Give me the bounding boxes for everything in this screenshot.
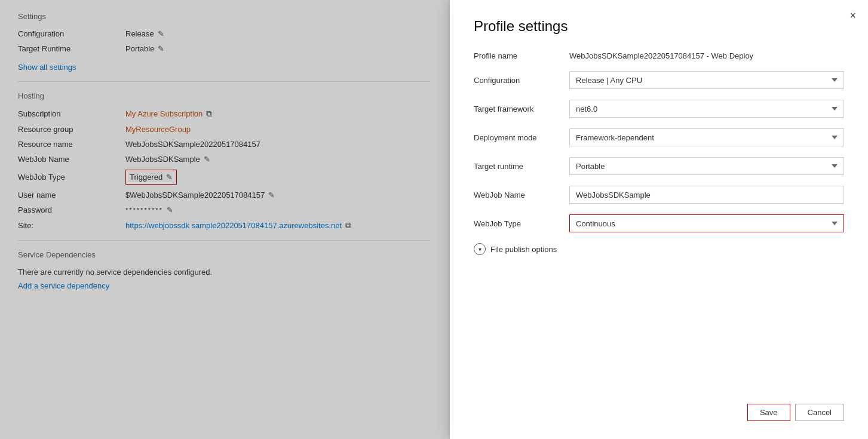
modal-target-framework-field: Target framework net6.0 net5.0 netcoreap…	[474, 100, 844, 118]
modal-deployment-mode-select[interactable]: Framework-dependent Self-contained	[569, 128, 844, 146]
modal-deployment-mode-select-wrapper: Framework-dependent Self-contained	[569, 128, 844, 146]
modal-configuration-field: Configuration Release | Any CPU Debug | …	[474, 71, 844, 89]
modal-webjob-name-input-wrapper	[569, 186, 844, 204]
file-publish-options[interactable]: ▾ File publish options	[474, 243, 844, 255]
modal-profile-name-value: WebJobsSDKSample20220517084157 - Web Dep…	[569, 51, 844, 60]
modal-webjob-name-label: WebJob Name	[474, 191, 569, 199]
cancel-button[interactable]: Cancel	[795, 404, 844, 421]
modal-target-framework-select-wrapper: net6.0 net5.0 netcoreapp3.1	[569, 100, 844, 118]
modal-webjob-type-field: WebJob Type Continuous Triggered	[474, 214, 844, 232]
modal-target-runtime-label: Target runtime	[474, 162, 569, 171]
file-publish-options-label: File publish options	[490, 245, 557, 254]
modal-target-framework-select[interactable]: net6.0 net5.0 netcoreapp3.1	[569, 100, 844, 118]
modal-profile-name-field: Profile name WebJobsSDKSample20220517084…	[474, 51, 844, 60]
modal-webjob-name-field: WebJob Name	[474, 186, 844, 204]
modal-target-framework-label: Target framework	[474, 105, 569, 113]
modal-target-runtime-select[interactable]: Portable linux-x64 win-x64	[569, 157, 844, 175]
modal-deployment-mode-label: Deployment mode	[474, 133, 569, 142]
save-button[interactable]: Save	[747, 404, 790, 421]
modal-target-runtime-field: Target runtime Portable linux-x64 win-x6…	[474, 157, 844, 175]
modal-deployment-mode-field: Deployment mode Framework-dependent Self…	[474, 128, 844, 146]
modal-configuration-label: Configuration	[474, 76, 569, 85]
modal-configuration-select-wrapper: Release | Any CPU Debug | Any CPU	[569, 71, 844, 89]
file-publish-chevron-icon[interactable]: ▾	[474, 243, 486, 255]
modal-webjob-type-select[interactable]: Continuous Triggered	[569, 214, 844, 232]
modal-profile-name-label: Profile name	[474, 51, 569, 60]
modal-footer: Save Cancel	[747, 404, 844, 421]
modal-configuration-select[interactable]: Release | Any CPU Debug | Any CPU	[569, 71, 844, 89]
modal-webjob-type-select-wrapper: Continuous Triggered	[569, 214, 844, 232]
profile-settings-modal: × Profile settings Profile name WebJobsS…	[450, 0, 868, 439]
modal-webjob-name-input[interactable]	[569, 186, 844, 204]
modal-close-button[interactable]: ×	[849, 10, 856, 22]
modal-webjob-type-label: WebJob Type	[474, 219, 569, 228]
modal-target-runtime-select-wrapper: Portable linux-x64 win-x64	[569, 157, 844, 175]
modal-title: Profile settings	[474, 18, 844, 35]
